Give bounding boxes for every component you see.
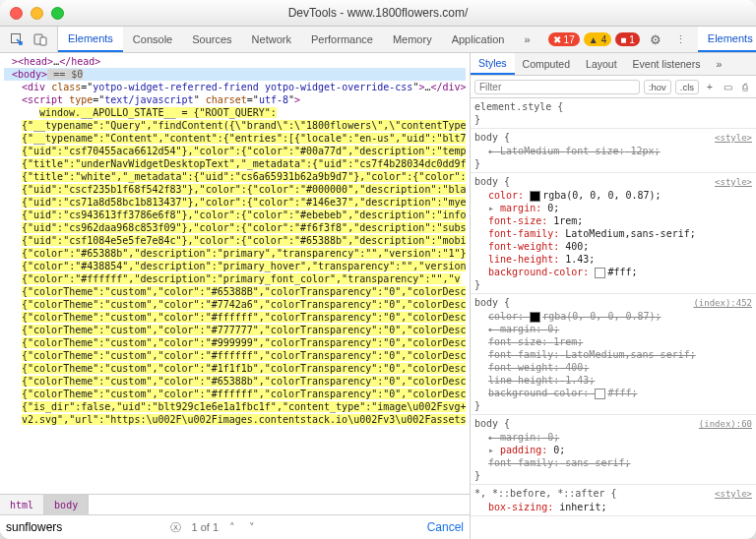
dom-line[interactable]: {"title":"white","_metadata":{"uid":"cs6…	[4, 170, 466, 183]
css-declaration[interactable]: background-color: #fff;	[474, 387, 752, 399]
rendering-icon[interactable]: ⎙	[738, 80, 752, 93]
dom-line[interactable]: {"uid":"cs71a8d58bc1b813437"},"color":{"…	[4, 196, 466, 209]
css-declaration[interactable]: font-size: 1rem;	[474, 214, 752, 227]
css-source-link[interactable]: <style>	[715, 132, 752, 145]
css-declaration[interactable]: ▸ margin: 0;	[474, 431, 752, 444]
tab-performance[interactable]: Performance	[301, 27, 383, 52]
css-rule[interactable]: element.style {}	[471, 98, 756, 129]
css-declaration[interactable]: line-height: 1.43;	[474, 374, 752, 387]
css-selector[interactable]: body {	[474, 417, 510, 430]
dom-line[interactable]: <script type="text/javascript" charset="…	[4, 93, 466, 106]
clear-search-icon[interactable]: ⓧ	[167, 520, 184, 535]
css-declaration[interactable]: color: rgba(0, 0, 0, 0.87);	[474, 189, 752, 202]
dom-tree[interactable]: ><head>…</head><body> == $0<div class="y…	[0, 53, 470, 494]
css-selector[interactable]: body {	[474, 131, 510, 144]
inspect-icon[interactable]	[10, 32, 24, 46]
tab-elements[interactable]: Elements	[58, 27, 123, 52]
css-declaration[interactable]: font-size: 1rem;	[474, 335, 752, 348]
tab-sources[interactable]: Sources	[182, 27, 241, 52]
crumb-html[interactable]: html	[0, 495, 44, 514]
error-badge[interactable]: ✖ 17	[548, 32, 580, 46]
tab-application[interactable]: Application	[442, 27, 515, 52]
dom-line[interactable]: <div class="yotpo-widget-referred-friend…	[4, 81, 466, 93]
css-declaration[interactable]: ▸ margin: 0;	[474, 202, 752, 214]
tab-network[interactable]: Network	[242, 27, 301, 52]
side-more-icon[interactable]: »	[708, 53, 729, 75]
computed-toggle-icon[interactable]: ▭	[721, 80, 734, 93]
dom-line[interactable]: {"__typename":"Content","content":{"entr…	[4, 132, 466, 145]
crumb-body[interactable]: body	[44, 495, 89, 514]
css-source-link[interactable]: (index):452	[693, 297, 752, 310]
dom-line[interactable]: {"uid":"csf1084e5e5fe7e84c"},"color":{"c…	[4, 234, 466, 247]
css-selector[interactable]: *, *::before, *::after {	[474, 487, 617, 500]
css-declaration[interactable]: font-family: LatoMedium,sans-serif;	[474, 348, 752, 361]
css-source-link[interactable]: <style>	[715, 488, 752, 501]
minimize-window-icon[interactable]	[31, 7, 43, 20]
css-rule[interactable]: body {<style>▸ LatoMedium font size: 12p…	[471, 129, 756, 173]
dom-line[interactable]: {"is_dir":false,"uid":"blt929c1e6e1a1fbc…	[4, 400, 466, 413]
dom-line[interactable]: window.__APOLLO_STATE__ = {"ROOT_QUERY":	[4, 106, 466, 119]
css-declaration[interactable]: ▸ margin: 0;	[474, 323, 752, 335]
dom-line[interactable]: {"colorTheme":"custom","color":"#7742a6"…	[4, 298, 466, 311]
css-declaration[interactable]: color: rgba(0, 0, 0, 0.87);	[474, 310, 752, 323]
kebab-menu-icon[interactable]: ⋮	[671, 33, 690, 46]
dom-line[interactable]: <body> == $0	[4, 68, 466, 81]
dom-line[interactable]: {"color":"#ffffff","description":"primar…	[4, 272, 466, 285]
side-tab-computed[interactable]: Computed	[515, 53, 578, 75]
close-window-icon[interactable]	[10, 7, 23, 20]
tab-memory[interactable]: Memory	[383, 27, 442, 52]
dom-line[interactable]: {"__typename":"Query","findContent({\"br…	[4, 119, 466, 132]
find-cancel-button[interactable]: Cancel	[427, 520, 464, 534]
warning-badge[interactable]: ▲ 4	[584, 32, 611, 46]
dom-line[interactable]: {"colorTheme":"custom","color":"#1f1f1b"…	[4, 362, 466, 375]
dom-line[interactable]: {"colorTheme":"custom","color":"#ffffff"…	[4, 311, 466, 324]
dom-line[interactable]: {"colorTheme":"custom","color":"#65388B"…	[4, 285, 466, 298]
css-selector[interactable]: body {	[474, 175, 510, 188]
css-declaration[interactable]: ▸ padding: 0;	[474, 444, 752, 456]
css-declaration[interactable]: font-weight: 400;	[474, 240, 752, 253]
dom-line[interactable]: {"colorTheme":"custom","color":"#777777"…	[4, 324, 466, 336]
css-source-link[interactable]: <style>	[715, 176, 752, 189]
css-declaration[interactable]: ▸ LatoMedium font size: 12px;	[474, 145, 752, 157]
more-tabs-icon[interactable]: »	[514, 27, 539, 52]
find-prev-icon[interactable]: ˄	[226, 521, 238, 534]
css-declaration[interactable]: line-height: 1.43;	[474, 253, 752, 266]
side-tab-layout[interactable]: Layout	[578, 53, 625, 75]
css-rule[interactable]: body {(index):60▸ margin: 0;▸ padding: 0…	[471, 415, 756, 485]
css-selector[interactable]: body {	[474, 296, 510, 309]
css-declaration[interactable]: font-weight: 400;	[474, 361, 752, 374]
dom-line[interactable]: ><head>…</head>	[4, 55, 466, 68]
css-declaration[interactable]: font-family: LatoMedium,sans-serif;	[474, 227, 752, 240]
dom-line[interactable]: {"colorTheme":"custom","color":"#999999"…	[4, 336, 466, 349]
css-declaration[interactable]: box-sizing: inherit;	[474, 501, 752, 513]
dom-line[interactable]: {"title":"underNavWidgetDesktopText","_m…	[4, 157, 466, 170]
dom-line[interactable]: {"uid":"cscf235b1f68f542f83"},"color":{"…	[4, 183, 466, 196]
issues-badge[interactable]: ■ 1	[615, 32, 640, 46]
side-tab-event-listeners[interactable]: Event listeners	[625, 53, 709, 75]
css-rule[interactable]: *, *::before, *::after {<style>box-sizin…	[471, 485, 756, 516]
css-rule[interactable]: body {<style>color: rgba(0, 0, 0, 0.87);…	[471, 173, 756, 294]
css-declaration[interactable]: font-family: sans-serif;	[474, 456, 752, 469]
dom-line[interactable]: v2.svg","url":"https:\u002F\u002Fimages.…	[4, 413, 466, 426]
tab-console[interactable]: Console	[123, 27, 182, 52]
styles-rules[interactable]: element.style {}body {<style>▸ LatoMediu…	[471, 98, 756, 539]
dom-line[interactable]: {"colorTheme":"custom","color":"#ffffff"…	[4, 349, 466, 362]
find-next-icon[interactable]: ˅	[246, 521, 258, 534]
dom-line[interactable]: {"color":"#438854","description":"primar…	[4, 260, 466, 272]
hov-toggle[interactable]: :hov	[644, 80, 671, 94]
dom-line[interactable]: {"uid":"cs943613ff3786e6f8"},"color":{"c…	[4, 209, 466, 221]
css-declaration[interactable]: background-color: #fff;	[474, 266, 752, 278]
styles-filter-input[interactable]	[474, 80, 640, 94]
tab-elements[interactable]: Elements	[698, 27, 756, 52]
dom-line[interactable]: {"color":"#65388b","description":"primar…	[4, 247, 466, 260]
side-tab-styles[interactable]: Styles	[471, 53, 515, 75]
dom-line[interactable]: {"colorTheme":"custom","color":"#ffffff"…	[4, 388, 466, 400]
dom-line[interactable]: {"colorTheme":"custom","color":"#65388b"…	[4, 375, 466, 388]
settings-gear-icon[interactable]: ⚙	[644, 32, 667, 47]
cls-toggle[interactable]: .cls	[675, 80, 699, 94]
css-rule[interactable]: body {(index):452color: rgba(0, 0, 0, 0.…	[471, 294, 756, 415]
dom-line[interactable]: {"uid":"csf70455aca6612d54"},"color":{"c…	[4, 145, 466, 157]
dom-line[interactable]: {"uid":"cs962daa968c853f09"},"color":{"c…	[4, 221, 466, 234]
new-style-rule-icon[interactable]: +	[703, 80, 717, 93]
zoom-window-icon[interactable]	[51, 7, 64, 20]
